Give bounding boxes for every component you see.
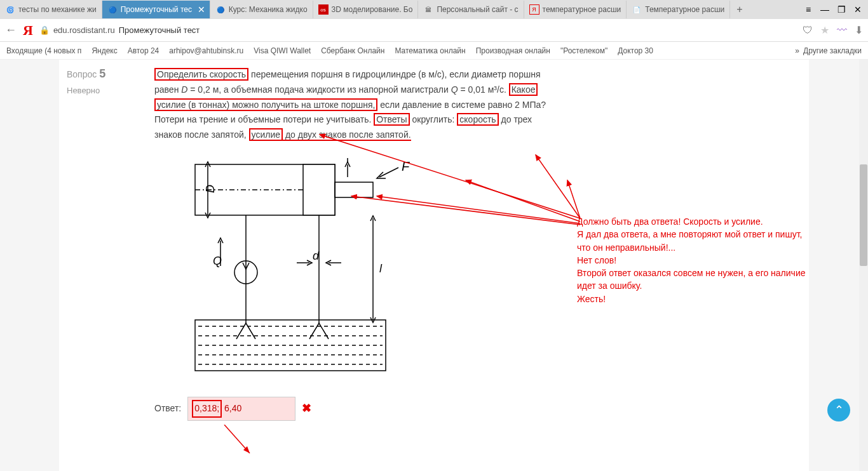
tab-temp1[interactable]: Ятемпературное расши: [524, 1, 627, 18]
answer-input[interactable]: 0,318; 6,40: [187, 397, 295, 421]
favicon-icon: 🔵: [107, 4, 118, 15]
bookmark-qiwi[interactable]: Visa QIWI Wallet: [254, 46, 311, 55]
bookmarks-more-icon[interactable]: »: [795, 46, 799, 55]
tab-temp2[interactable]: 📄Температурное расши: [627, 1, 730, 18]
bookmark-email[interactable]: arhipov@ahtubinsk.ru: [169, 46, 243, 55]
window-controls: ≡ — ❐ ✕: [801, 3, 868, 17]
highlight-speed2: скорость: [457, 113, 498, 126]
bookmarks-bar: Входящие (4 новых п Яндекс Автор 24 arhi…: [0, 42, 868, 60]
question-number: Вопрос 5: [67, 67, 147, 81]
other-bookmarks[interactable]: Другие закладки: [803, 46, 862, 55]
favicon-icon: os: [318, 4, 329, 15]
close-icon[interactable]: ✕: [850, 3, 865, 17]
bookmark-deriv[interactable]: Производная онлайн: [476, 46, 550, 55]
shield-icon[interactable]: 🛡: [803, 25, 813, 36]
maximize-icon[interactable]: ❐: [834, 3, 849, 17]
label-Q: Q: [213, 255, 222, 267]
highlight-force: усилие (в тоннах) можно получить на шток…: [154, 98, 377, 111]
question-sidebar: Вопрос 5 Неверно: [59, 67, 154, 471]
tab-tests[interactable]: 🌀тесты по механике жи: [0, 1, 102, 18]
favicon-icon: Я: [529, 4, 539, 15]
yandex-logo[interactable]: Я: [23, 22, 33, 39]
toolbar-right: 🛡 ★ 〰 ⬇: [803, 24, 863, 36]
svg-rect-5: [303, 164, 335, 215]
bookmark-rostelecom[interactable]: "Ростелеком": [560, 46, 607, 55]
label-l: l: [379, 262, 383, 275]
tab-close-icon[interactable]: ✕: [198, 4, 205, 15]
bookmark-yandex[interactable]: Яндекс: [92, 46, 117, 55]
answer-row: Ответ: 0,318; 6,40 ✖: [154, 397, 801, 421]
quiz-page: Вопрос 5 Неверно Определить скорость пер…: [59, 60, 809, 471]
url-title: Промежуточный тест: [119, 25, 200, 35]
scroll-top-button[interactable]: ⌃: [827, 399, 850, 421]
star-icon[interactable]: ★: [820, 24, 829, 36]
address-bar: ← Я 🔒 edu.rosdistant.ru Промежуточный те…: [0, 19, 868, 42]
extension-icon[interactable]: 〰: [837, 25, 847, 36]
favicon-icon: 📄: [632, 4, 642, 15]
minimize-icon[interactable]: —: [817, 3, 832, 17]
highlight-usilie: усилие: [249, 128, 283, 141]
bookmark-sber[interactable]: Сбербанк Онлайн: [321, 46, 384, 55]
label-F: F: [402, 159, 410, 173]
menu-icon[interactable]: ≡: [801, 3, 816, 17]
highlight-kakoe: Какое: [509, 83, 538, 96]
tab-course[interactable]: 🔵Курс: Механика жидко: [210, 1, 313, 18]
favicon-icon: 🔵: [215, 4, 226, 15]
user-annotation: Должно быть два ответа! Скорость и усили…: [577, 215, 850, 305]
label-dsh: dшт: [352, 158, 372, 160]
favicon-icon: 🌀: [5, 4, 15, 15]
bookmark-doctor30[interactable]: Доктор 30: [618, 46, 653, 55]
chevron-up-icon: ⌃: [834, 403, 844, 417]
browser-tabbar: 🌀тесты по механике жи 🔵Промежуточный тес…: [0, 0, 868, 19]
favicon-icon: 🏛: [423, 4, 433, 15]
highlight-speed: Определить скорость: [154, 68, 248, 81]
bookmark-math[interactable]: Математика онлайн: [395, 46, 465, 55]
url-host: edu.rosdistant.ru: [53, 25, 115, 35]
label-D: D: [204, 185, 217, 193]
tab-active[interactable]: 🔵Промежуточный тес✕: [102, 1, 210, 18]
download-icon[interactable]: ⬇: [855, 24, 863, 36]
tab-3d[interactable]: os3D моделирование. Бо: [313, 1, 419, 18]
tab-personal[interactable]: 🏛Персональный сайт - с: [418, 1, 524, 18]
scrollbar-thumb[interactable]: [860, 164, 867, 266]
answer-label: Ответ:: [154, 401, 181, 416]
highlight-answers: Ответы: [374, 113, 409, 126]
annotation-arrow: [218, 425, 256, 456]
bookmark-inbox[interactable]: Входящие (4 новых п: [6, 46, 81, 55]
lock-icon: 🔒: [39, 25, 50, 35]
bookmark-avtor24[interactable]: Автор 24: [128, 46, 159, 55]
wrong-icon: ✖: [302, 399, 311, 418]
question-status: Неверно: [67, 86, 147, 95]
new-tab-button[interactable]: +: [730, 4, 749, 15]
svg-rect-6: [335, 182, 373, 197]
label-d: d: [313, 249, 320, 262]
page-content: Вопрос 5 Неверно Определить скорость пер…: [0, 60, 868, 471]
url-box[interactable]: 🔒 edu.rosdistant.ru Промежуточный тест: [39, 25, 796, 35]
question-text: Определить скорость перемещения поршня в…: [154, 67, 801, 143]
vertical-scrollbar[interactable]: [859, 60, 868, 471]
back-button[interactable]: ←: [5, 23, 17, 37]
